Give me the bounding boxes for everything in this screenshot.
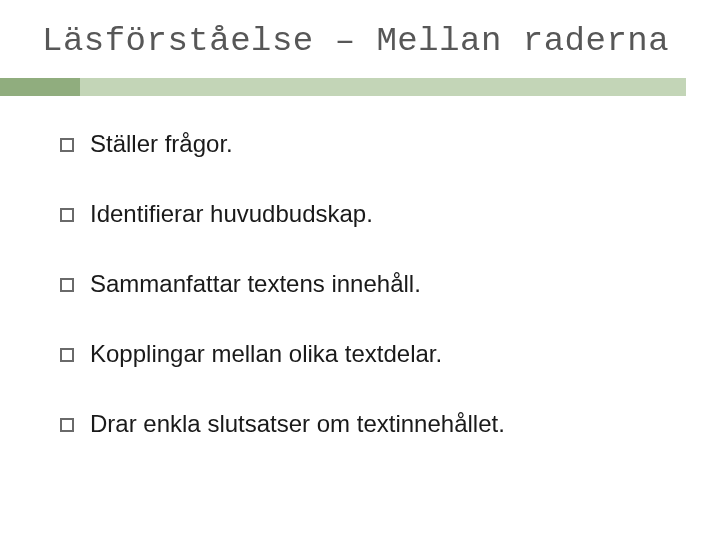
list-item-text: Drar enkla slutsatser om textinnehållet. [90, 410, 505, 438]
square-bullet-icon [60, 208, 74, 222]
list-item-text: Sammanfattar textens innehåll. [90, 270, 421, 298]
list-item: Sammanfattar textens innehåll. [60, 270, 684, 298]
list-item-text: Identifierar huvudbudskap. [90, 200, 373, 228]
list-item: Drar enkla slutsatser om textinnehållet. [60, 410, 684, 438]
square-bullet-icon [60, 278, 74, 292]
list-item: Identifierar huvudbudskap. [60, 200, 684, 228]
title-underline [0, 78, 720, 96]
list-item-text: Ställer frågor. [90, 130, 233, 158]
list-item: Kopplingar mellan olika textdelar. [60, 340, 684, 368]
square-bullet-icon [60, 418, 74, 432]
underline-accent-light [80, 78, 686, 96]
square-bullet-icon [60, 138, 74, 152]
slide-title: Läsförståelse – Mellan raderna [42, 22, 684, 60]
list-item-text: Kopplingar mellan olika textdelar. [90, 340, 442, 368]
slide: Läsförståelse – Mellan raderna Ställer f… [0, 0, 720, 540]
bullet-list: Ställer frågor. Identifierar huvudbudska… [60, 130, 684, 480]
list-item: Ställer frågor. [60, 130, 684, 158]
square-bullet-icon [60, 348, 74, 362]
underline-accent-dark [0, 78, 80, 96]
